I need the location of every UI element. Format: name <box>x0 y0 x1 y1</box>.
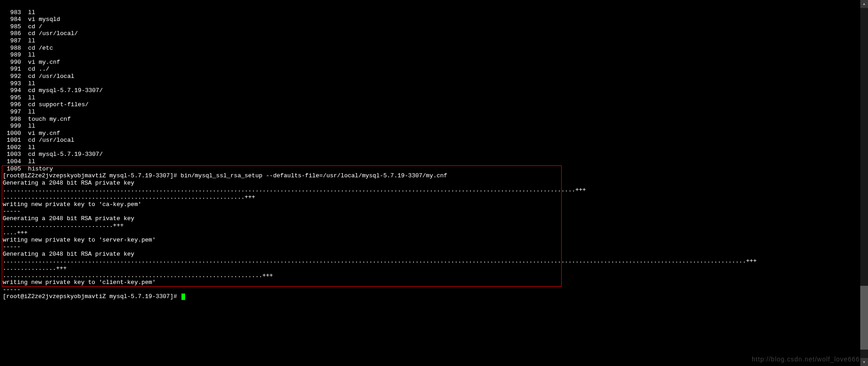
executed-command: bin/mysql_ssl_rsa_setup --defaults-file=… <box>181 172 447 179</box>
history-line: 986 cd /usr/local/ <box>3 30 868 37</box>
terminal[interactable]: 983 ll984 vi mysqld985 cd /986 cd /usr/l… <box>0 0 868 300</box>
output-line: ....+++ <box>3 229 868 237</box>
history-line: 1000 vi my.cnf <box>3 130 868 137</box>
output-line: writing new private key to 'client-key.p… <box>3 279 868 286</box>
history-line: 998 touch my.cnf <box>3 116 868 123</box>
shell-prompt: [root@iZ2ze2jvzepskyobjmavtiZ mysql-5.7.… <box>3 172 181 179</box>
output-line: ........................................… <box>3 186 868 194</box>
history-line: 984 vi mysqld <box>3 16 868 23</box>
scroll-down-arrow-icon[interactable]: ▼ <box>860 358 868 366</box>
history-block: 983 ll984 vi mysqld985 cd /986 cd /usr/l… <box>3 9 868 173</box>
history-line: 985 cd / <box>3 23 868 31</box>
command-line: [root@iZ2ze2jvzepskyobjmavtiZ mysql-5.7.… <box>3 172 868 180</box>
history-line: 999 ll <box>3 123 868 130</box>
history-line: 1001 cd /usr/local <box>3 137 868 144</box>
history-line: 990 vi my.cnf <box>3 59 868 66</box>
output-line: ...............+++ <box>3 265 868 272</box>
active-prompt-line[interactable]: [root@iZ2ze2jvzepskyobjmavtiZ mysql-5.7.… <box>3 293 868 300</box>
scrollbar-track[interactable] <box>860 8 868 358</box>
output-line: ........................................… <box>3 258 868 265</box>
history-line: 993 ll <box>3 80 868 88</box>
history-line: 997 ll <box>3 108 868 116</box>
shell-prompt: [root@iZ2ze2jvzepskyobjmavtiZ mysql-5.7.… <box>3 293 181 300</box>
output-line: Generating a 2048 bit RSA private key <box>3 180 868 187</box>
history-line: 988 cd /etc <box>3 45 868 52</box>
history-line: 992 cd /usr/local <box>3 73 868 80</box>
output-line: Generating a 2048 bit RSA private key <box>3 251 868 258</box>
history-line: 1002 ll <box>3 144 868 151</box>
output-line: ----- <box>3 243 868 251</box>
history-line: 991 cd ../ <box>3 66 868 73</box>
output-line: ----- <box>3 286 868 294</box>
history-line: 987 ll <box>3 37 868 45</box>
history-line: 983 ll <box>3 9 868 16</box>
output-line: ...............................+++ <box>3 222 868 229</box>
vertical-scrollbar[interactable]: ▲ ▼ <box>860 0 868 366</box>
output-line: writing new private key to 'server-key.p… <box>3 237 868 244</box>
history-line: 996 cd support-files/ <box>3 101 868 108</box>
output-line: ........................................… <box>3 194 868 201</box>
history-line: 995 ll <box>3 94 868 102</box>
output-line: writing new private key to 'ca-key.pem' <box>3 201 868 208</box>
output-line: Generating a 2048 bit RSA private key <box>3 215 868 222</box>
history-line: 994 cd mysql-5.7.19-3307/ <box>3 87 868 94</box>
watermark: http://blog.csdn.net/wolf_love666 <box>752 356 860 363</box>
scroll-up-arrow-icon[interactable]: ▲ <box>860 0 868 8</box>
output-line: ----- <box>3 208 868 215</box>
history-line: 989 ll <box>3 52 868 59</box>
history-line: 1003 cd mysql-5.7.19-3307/ <box>3 151 868 158</box>
history-line: 1005 history <box>3 165 868 173</box>
scrollbar-thumb[interactable] <box>860 286 868 350</box>
history-line: 1004 ll <box>3 158 868 165</box>
cursor <box>181 294 185 300</box>
command-output: Generating a 2048 bit RSA private key...… <box>3 180 868 294</box>
output-line: ........................................… <box>3 272 868 279</box>
